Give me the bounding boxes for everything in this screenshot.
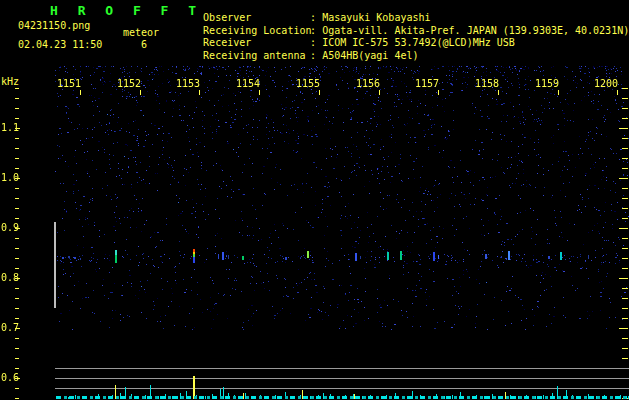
level-gridline xyxy=(55,388,629,389)
freq-minor-tick-left xyxy=(15,148,19,149)
time-tick-label: 1157 xyxy=(413,79,439,89)
time-tick-label: 1151 xyxy=(55,79,81,89)
freq-minor-tick-right xyxy=(622,208,628,209)
freq-minor-tick-left xyxy=(15,88,19,89)
output-filename: 04231150.png xyxy=(18,21,90,31)
meteor-echo xyxy=(222,252,224,260)
freq-minor-tick-right xyxy=(622,298,628,299)
meteor-echo xyxy=(285,257,287,260)
freq-minor-tick-right xyxy=(622,88,628,89)
freq-minor-tick-left xyxy=(15,118,19,119)
freq-minor-tick-right xyxy=(622,118,628,119)
meteor-echo xyxy=(433,252,435,261)
time-tick-label: 1152 xyxy=(115,79,141,89)
freq-axis-unit-label: kHz xyxy=(1,77,19,87)
freq-minor-tick-left xyxy=(15,158,19,159)
time-tick-label: 1156 xyxy=(354,79,380,89)
freq-major-tick-left xyxy=(15,278,20,279)
freq-major-tick-right xyxy=(619,228,628,229)
time-tick xyxy=(617,90,618,95)
freq-minor-tick-left xyxy=(15,368,19,369)
meteor-echo xyxy=(242,256,244,260)
freq-minor-tick-right xyxy=(622,318,628,319)
freq-minor-tick-right xyxy=(622,218,628,219)
time-tick xyxy=(498,90,499,95)
freq-minor-tick-right xyxy=(622,168,628,169)
meteor-echo xyxy=(62,257,64,259)
time-tick-label: 1155 xyxy=(294,79,320,89)
freq-minor-tick-left xyxy=(15,298,19,299)
time-tick xyxy=(438,90,439,95)
freq-minor-tick-right xyxy=(622,348,628,349)
freq-minor-tick-right xyxy=(622,198,628,199)
freq-minor-tick-right xyxy=(622,258,628,259)
meteor-echo xyxy=(218,254,219,259)
mode-label: meteor xyxy=(123,28,159,38)
freq-major-tick-left xyxy=(15,178,20,179)
freq-minor-tick-right xyxy=(622,308,628,309)
freq-minor-tick-right xyxy=(622,288,628,289)
freq-minor-tick-left xyxy=(15,248,19,249)
freq-minor-tick-left xyxy=(15,108,19,109)
meteor-echo xyxy=(355,253,357,261)
meteor-echo xyxy=(485,254,487,259)
time-tick-label: 1153 xyxy=(174,79,200,89)
meteor-echo xyxy=(400,251,402,260)
freq-major-tick-left xyxy=(15,328,20,329)
time-tick xyxy=(319,90,320,95)
meteor-echo xyxy=(548,256,550,259)
meteor-echo xyxy=(508,251,510,260)
meteor-echo xyxy=(438,255,439,259)
time-tick xyxy=(259,90,260,95)
freq-minor-tick-left xyxy=(15,358,19,359)
signal-baseline xyxy=(56,396,629,399)
meteor-echo xyxy=(68,256,70,258)
freq-major-tick-left xyxy=(15,228,20,229)
meteor-echo xyxy=(560,252,562,260)
freq-minor-tick-right xyxy=(622,268,628,269)
freq-minor-tick-left xyxy=(15,268,19,269)
meteor-echo xyxy=(228,255,229,259)
meteor-echo xyxy=(387,252,389,260)
freq-minor-tick-left xyxy=(15,188,19,189)
freq-minor-tick-right xyxy=(622,338,628,339)
freq-minor-tick-right xyxy=(622,108,628,109)
freq-minor-tick-right xyxy=(622,188,628,189)
meteor-count: 6 xyxy=(141,40,147,50)
freq-minor-tick-right xyxy=(622,148,628,149)
meteor-echo xyxy=(193,257,195,263)
meteor-echo xyxy=(74,257,76,259)
freq-minor-tick-right xyxy=(622,248,628,249)
freq-major-tick-right xyxy=(619,278,628,279)
freq-minor-tick-right xyxy=(622,138,628,139)
level-gridline xyxy=(55,378,629,379)
time-tick-label: 1154 xyxy=(234,79,260,89)
freq-minor-tick-left xyxy=(15,258,19,259)
freq-minor-tick-left xyxy=(15,348,19,349)
freq-major-tick-left xyxy=(15,378,20,379)
echo-band-marker-line xyxy=(54,222,56,308)
freq-minor-tick-left xyxy=(15,168,19,169)
meteor-echo xyxy=(588,255,589,259)
meteor-echo xyxy=(360,256,361,259)
info-label: Receiving antenna xyxy=(203,51,310,61)
freq-minor-tick-right xyxy=(622,358,628,359)
freq-major-tick-right xyxy=(619,128,628,129)
freq-minor-tick-left xyxy=(15,98,19,99)
time-tick xyxy=(558,90,559,95)
freq-minor-tick-left xyxy=(15,338,19,339)
time-tick xyxy=(199,90,200,95)
time-tick xyxy=(80,90,81,95)
freq-minor-tick-left xyxy=(15,208,19,209)
time-tick-label: 1159 xyxy=(533,79,559,89)
freq-minor-tick-left xyxy=(15,318,19,319)
time-tick xyxy=(140,90,141,95)
freq-minor-tick-right xyxy=(622,158,628,159)
freq-minor-tick-left xyxy=(15,238,19,239)
freq-major-tick-left xyxy=(15,128,20,129)
meteor-echo xyxy=(307,251,309,258)
freq-major-tick-right xyxy=(619,178,628,179)
freq-minor-tick-right xyxy=(622,238,628,239)
datetime-label: 02.04.23 11:50 xyxy=(18,40,102,50)
freq-minor-tick-left xyxy=(15,138,19,139)
